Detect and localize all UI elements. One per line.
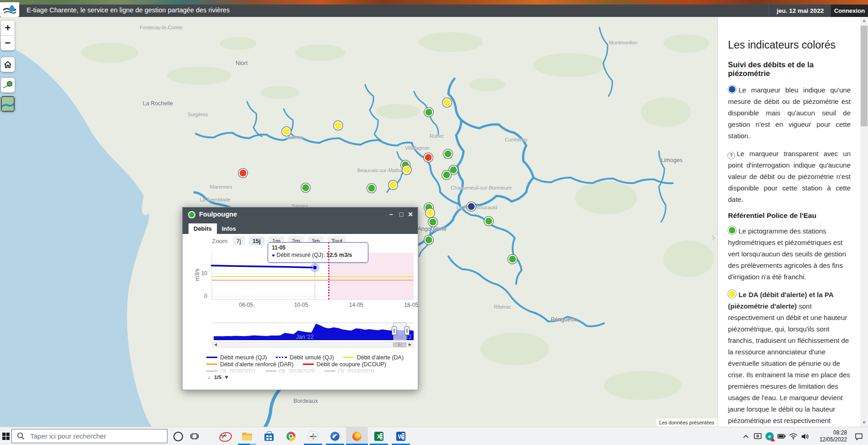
legend-page-down-icon[interactable]: ▼ — [224, 374, 229, 380]
word-icon: W — [396, 432, 405, 441]
windows-logo-icon — [2, 433, 10, 440]
station-marker-green[interactable] — [485, 217, 493, 226]
town-label: La Rochelle — [143, 100, 173, 107]
station-marker-red[interactable] — [239, 169, 248, 178]
station-marker-green[interactable] — [302, 184, 310, 192]
system-tray: e — [740, 427, 868, 445]
station-marker-yellow[interactable] — [443, 98, 452, 107]
legend-item[interactable]: QL 2018/2019 — [324, 368, 374, 373]
station-marker-navy[interactable] — [467, 202, 476, 211]
sidebar-scroll-thumb[interactable] — [861, 26, 868, 126]
login-button[interactable]: Connexion — [831, 5, 868, 17]
legend-item[interactable]: Débit de coupure (DCOUP) — [303, 361, 386, 368]
chrome-icon — [286, 432, 296, 441]
thunderbird-icon — [330, 432, 340, 441]
tooltip-series: Débit mesuré (QJ): — [276, 252, 325, 258]
cortana-button[interactable] — [170, 427, 186, 445]
chart-scrollbar[interactable]: ◀ ▶ — [212, 342, 414, 347]
scrollbar-thumb[interactable] — [393, 342, 406, 347]
tooltip-value: 12.5 m3/s — [326, 252, 352, 258]
navigator-right-handle[interactable] — [404, 326, 410, 335]
legend-item[interactable]: QL 2019/2020 — [265, 368, 315, 373]
sidebar-collapse-chevron-icon[interactable]: › — [712, 230, 716, 244]
microsoft-store-button[interactable] — [258, 427, 280, 445]
chart-zoom-15j[interactable]: 15j — [249, 236, 264, 246]
scroll-up-icon[interactable]: ▲ — [860, 17, 868, 25]
navigator-left-handle[interactable] — [392, 326, 397, 335]
snipping-tool-button[interactable]: ✂ — [214, 427, 236, 445]
volume-button[interactable] — [799, 427, 811, 445]
thunderbird-button[interactable] — [324, 427, 346, 445]
sidebar-title: Les indicateurs colorés — [728, 39, 851, 51]
excel-button[interactable]: X — [368, 427, 390, 445]
legend-item[interactable]: Débit mesuré (QJ) — [206, 354, 267, 361]
zoom-in-button[interactable]: + — [1, 21, 15, 35]
firefox-button[interactable] — [346, 427, 368, 445]
word-button[interactable]: W — [390, 427, 412, 445]
action-center-button[interactable] — [850, 427, 868, 445]
legend-symbol — [206, 364, 217, 365]
basemap-thumbnail — [2, 97, 15, 112]
town-label: La Rochefoucauld — [457, 205, 497, 210]
start-button[interactable] — [0, 427, 11, 445]
wifi-icon — [789, 433, 798, 440]
task-view-button[interactable] — [187, 427, 202, 445]
stations-layer-button[interactable] — [1, 78, 15, 92]
station-marker-green[interactable] — [444, 150, 453, 158]
paragraph-yellow-marker: Le DA (débit d'alerte) et la PA (pièzomé… — [728, 289, 851, 427]
legend-page-up-icon[interactable]: ▲ — [206, 374, 212, 380]
wifi-button[interactable] — [787, 427, 799, 445]
windows-taskbar: ✂ — [0, 427, 868, 445]
notification-icon — [855, 433, 863, 440]
legend-item[interactable]: Débit simulé (QJ) — [276, 354, 334, 361]
legend-symbol — [206, 357, 217, 358]
station-marker-yellow[interactable] — [334, 121, 343, 130]
search-icon — [17, 432, 25, 440]
legend-item[interactable]: Débit d'alerte renforcé (DAR) — [206, 361, 294, 368]
station-marker-green[interactable] — [429, 218, 437, 227]
chart-zoom-7j[interactable]: 7j — [233, 236, 245, 246]
station-marker-green[interactable] — [442, 171, 451, 179]
legend-item[interactable]: QL 2020/2021 — [206, 368, 256, 373]
wireless-display-button[interactable] — [752, 427, 764, 445]
svg-text:06-05: 06-05 — [239, 302, 253, 308]
station-marker-green[interactable] — [508, 255, 517, 264]
home-icon — [4, 60, 12, 69]
paragraph-green-marker: Le pictogramme des stations hydrométriqu… — [728, 225, 851, 282]
town-label: Périgueux — [551, 316, 577, 323]
slack-icon — [308, 432, 318, 441]
file-explorer-icon — [242, 433, 252, 440]
paragraph-blue-marker: Le marqueur bleu indique qu'une mesure d… — [728, 84, 851, 141]
town-label: Aulnay — [287, 135, 303, 140]
station-marker-yellow[interactable] — [426, 209, 435, 217]
station-marker-yellow[interactable] — [403, 166, 411, 174]
scroll-down-icon[interactable]: ▼ — [860, 419, 868, 427]
station-marker-green[interactable] — [425, 108, 433, 117]
eset-antivirus-button[interactable]: e — [764, 427, 776, 445]
search-input[interactable] — [29, 432, 146, 440]
battery-button[interactable] — [776, 427, 787, 445]
paragraph-question-marker: ?Le marqueur transparent avec un point d… — [728, 148, 851, 205]
zoom-out-button[interactable]: − — [1, 35, 15, 50]
station-marker-green[interactable] — [425, 236, 433, 244]
station-marker-yellow[interactable] — [282, 127, 291, 136]
info-sidebar: Les indicateurs colorés Suivi des débits… — [717, 17, 868, 427]
town-label: Montmorillon — [609, 40, 638, 45]
scrollbar-left-arrow[interactable]: ◀ — [212, 342, 219, 347]
scrollbar-right-arrow[interactable]: ▶ — [407, 342, 413, 347]
file-explorer-button[interactable] — [236, 427, 258, 445]
legend-symbol — [206, 370, 217, 372]
legend-item[interactable]: Débit d'alerte (DA) — [343, 354, 404, 361]
home-button[interactable] — [1, 57, 15, 72]
station-window: 10006-0510-0514-0518-05 Foulpougne – □ ✕… — [182, 207, 418, 390]
sidebar-scrollbar[interactable]: ▲ ▼ — [860, 17, 868, 427]
taskbar-clock[interactable]: 08:28 12/05/2022 — [814, 429, 847, 443]
station-marker-green[interactable] — [367, 184, 376, 193]
station-marker-red[interactable] — [424, 153, 433, 162]
tray-expand-button[interactable] — [740, 427, 752, 445]
taskbar-search[interactable] — [11, 429, 167, 443]
slack-button[interactable] — [302, 427, 324, 445]
station-marker-yellow[interactable] — [389, 181, 398, 190]
basemap-switcher-button[interactable] — [1, 96, 15, 112]
chrome-button[interactable] — [280, 427, 302, 445]
